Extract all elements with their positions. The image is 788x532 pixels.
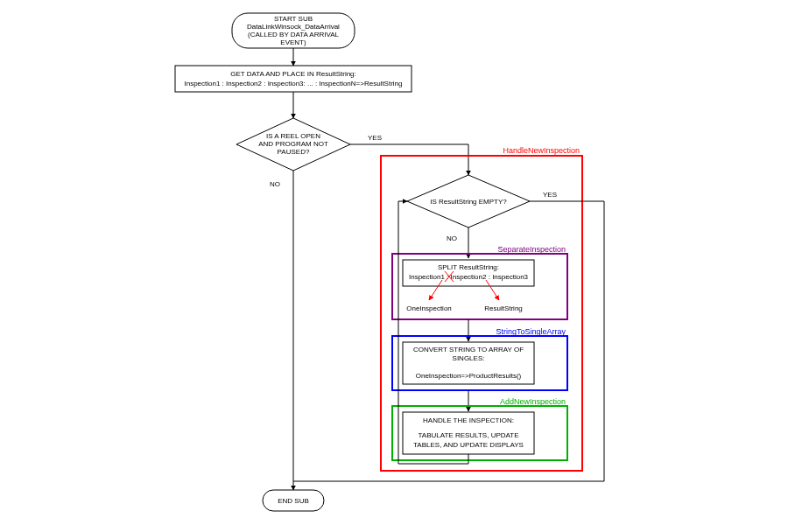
dec1-l3: PAUSED? <box>278 148 310 156</box>
handle-l3: TABLES, AND UPDATE DISPLAYS <box>413 441 524 449</box>
edge-dec1-yes <box>350 144 468 175</box>
end-l1: END SUB <box>278 497 309 505</box>
split-l1: SPLIT ResultString: <box>438 263 499 271</box>
group-label-add: AddNewInspection <box>500 397 566 406</box>
dec1-l1: IS A REEL OPEN <box>266 132 320 140</box>
node-dec1: IS A REEL OPEN AND PROGRAM NOT PAUSED? <box>236 118 350 171</box>
start-l1: START SUB <box>274 15 313 23</box>
flowchart: START SUB DataLinkWinsock_DataArrival (C… <box>0 0 788 532</box>
convert-l2: SINGLES: <box>453 354 485 362</box>
node-convert: CONVERT STRING TO ARRAY OF SINGLES: OneI… <box>403 342 534 384</box>
start-l2: DataLinkWinsock_DataArrival <box>247 23 340 31</box>
node-split: SPLIT ResultString: Inspection1 : Inspec… <box>403 260 534 312</box>
group-label-separate: SeparateInspection <box>497 245 566 254</box>
start-l3: (CALLED BY DATA ARRIVAL <box>248 31 339 38</box>
convert-l3: OneInspection=>ProductResults() <box>416 372 522 380</box>
group-label-string: StringToSingleArray <box>496 327 566 336</box>
handle-l2: TABULATE RESULTS, UPDATE <box>419 431 519 439</box>
split-l2: Inspection1 : Inspection2 : Inspection3 <box>409 273 529 281</box>
node-end: END SUB <box>263 490 324 511</box>
split-subL: OneInspection <box>406 304 452 312</box>
dec2-yes-label: YES <box>543 191 557 199</box>
handle-l1: HANDLE THE INSPECTION: <box>423 416 514 424</box>
dec2-l1: IS ResultString EMPTY? <box>430 198 507 206</box>
dec1-no-label: NO <box>270 180 280 188</box>
node-handle: HANDLE THE INSPECTION: TABULATE RESULTS,… <box>403 412 534 454</box>
start-l4: EVENT) <box>280 38 306 46</box>
group-label-handle: HandleNewInspection <box>503 146 580 155</box>
dec1-yes-label: YES <box>368 134 382 142</box>
getdata-l1: GET DATA AND PLACE IN ResultString: <box>230 70 356 78</box>
node-dec2: IS ResultString EMPTY? <box>407 175 530 228</box>
node-start: START SUB DataLinkWinsock_DataArrival (C… <box>232 13 355 48</box>
node-getdata: GET DATA AND PLACE IN ResultString: Insp… <box>175 66 412 92</box>
split-subR: ResultString <box>484 304 523 312</box>
dec2-no-label: NO <box>447 234 457 242</box>
convert-l1: CONVERT STRING TO ARRAY OF <box>413 346 524 354</box>
getdata-l2: Inspection1 : Inspection2 : Inspection3:… <box>184 80 402 88</box>
dec1-l2: AND PROGRAM NOT <box>258 140 328 148</box>
